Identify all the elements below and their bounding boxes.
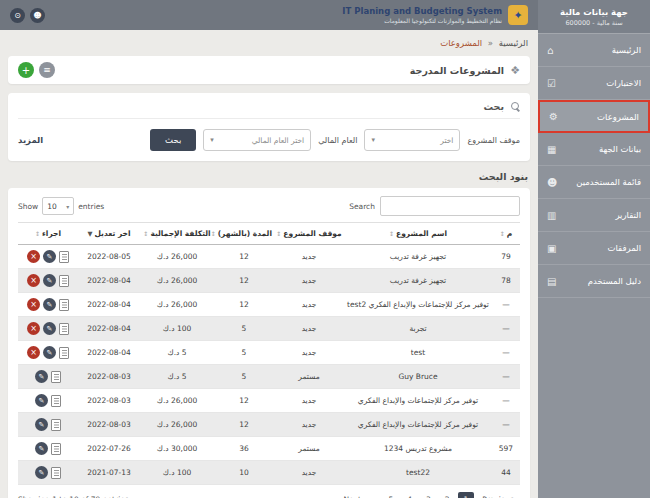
project-actions: ✎× — [18, 245, 78, 269]
projects-table-body: 79تجهيز غرفة تدريبجديد1226,000 د.ك2022-0… — [18, 245, 520, 485]
edit-icon[interactable]: ✎ — [43, 274, 56, 287]
page-size-select[interactable]: 10 — [42, 197, 74, 215]
edit-icon[interactable]: ✎ — [43, 298, 56, 311]
table-search-input[interactable] — [380, 196, 520, 216]
column-header-label: اخر تعديل — [94, 229, 130, 238]
status-filter-select[interactable]: اختر — [364, 129, 460, 151]
sidebar-item-home[interactable]: الرئيسية⌂ — [538, 34, 650, 67]
filters-row: موقف المشروع اختر العام المالي اختر العا… — [18, 129, 520, 151]
table-row: —توفير مركز للإجتماعات والإبداع الفكريجد… — [18, 413, 520, 437]
more-link[interactable]: المزيد — [18, 135, 43, 145]
table-search-label: Search — [349, 202, 375, 211]
add-project-button[interactable]: + — [18, 62, 34, 78]
breadcrumb: الرئيسية « المشروعات — [10, 38, 528, 48]
sidebar-item-users-list[interactable]: قائمة المستخدمين☻ — [538, 166, 650, 199]
section-bar: ❖ المشروعات المدرجة ≡ + — [8, 56, 530, 84]
results-title: بنود البحث — [10, 171, 528, 182]
edit-icon[interactable]: ✎ — [43, 250, 56, 263]
page-button-next[interactable]: Next — [337, 492, 366, 498]
show-label: Show — [18, 202, 38, 211]
page-button-4[interactable]: 4 — [401, 492, 418, 498]
page-button-2[interactable]: 2 — [439, 492, 456, 498]
delete-icon[interactable]: × — [27, 298, 40, 311]
edit-icon[interactable]: ✎ — [35, 418, 48, 431]
file-icon[interactable] — [51, 419, 61, 431]
column-header-0[interactable]: م↕ — [492, 223, 520, 245]
file-icon[interactable] — [51, 395, 61, 407]
section-actions: ≡ + — [18, 62, 55, 78]
file-icon[interactable] — [59, 275, 69, 287]
year-filter-select[interactable]: اختر العام المالي — [203, 129, 311, 151]
delete-icon[interactable]: × — [27, 346, 40, 359]
page-button-3[interactable]: 3 — [420, 492, 437, 498]
sidebar-item-user-guide[interactable]: دليل المستخدم▤ — [538, 265, 650, 298]
projects-table: م↕اسم المشروع↕موقف المشروع↕المدة (بالشهر… — [18, 222, 520, 485]
page-button-previous[interactable]: Previous — [476, 492, 520, 498]
file-icon[interactable] — [51, 443, 61, 455]
project-id: — — [492, 341, 520, 365]
project-status: مستمر — [274, 437, 344, 461]
menu-icon: ≡ — [43, 65, 51, 75]
org-subtitle: سنة مالية - 600000 — [542, 19, 646, 27]
column-header-5[interactable]: اخر تعديل▼ — [78, 223, 140, 245]
column-header-3[interactable]: المدة (بالشهر)↕ — [214, 223, 274, 245]
edit-icon[interactable]: ✎ — [35, 394, 48, 407]
sidebar-item-label: دليل المستخدم — [588, 276, 641, 286]
page-button-5[interactable]: 5 — [382, 492, 399, 498]
edit-icon[interactable]: ✎ — [43, 346, 56, 359]
project-cost: 26,000 د.ك — [140, 293, 214, 317]
column-header-4[interactable]: التكلفة الإجمالية↕ — [140, 223, 214, 245]
column-header-6[interactable]: اجراء↕ — [18, 223, 78, 245]
table-row: —تجربةجديد5100 د.ك2022-08-04✎× — [18, 317, 520, 341]
app-title-block: IT Planing and Budgeting System نظام الت… — [342, 6, 502, 23]
options-button[interactable]: ≡ — [39, 62, 55, 78]
sidebar-header: جهة بيانات مالية سنة مالية - 600000 — [538, 0, 650, 34]
edit-icon[interactable]: ✎ — [35, 442, 48, 455]
project-name: تجربة — [344, 317, 492, 341]
edit-icon[interactable]: ✎ — [35, 466, 48, 479]
breadcrumb-current: المشروعات — [440, 38, 482, 48]
project-duration: 5 — [214, 317, 274, 341]
user-button[interactable]: ☻ — [30, 8, 45, 23]
file-icon[interactable] — [51, 371, 61, 383]
search-button[interactable]: بحث — [150, 129, 196, 151]
file-icon[interactable] — [51, 467, 61, 479]
sidebar-item-tests[interactable]: الاختبارات☑ — [538, 67, 650, 100]
app-logo-icon: ✦ — [508, 5, 528, 25]
table-header-row: م↕اسم المشروع↕موقف المشروع↕المدة (بالشهر… — [18, 223, 520, 245]
delete-icon[interactable]: × — [27, 322, 40, 335]
file-icon[interactable] — [59, 347, 69, 359]
project-modified: 2022-07-26 — [78, 437, 140, 461]
delete-icon[interactable]: × — [27, 274, 40, 287]
sidebar-item-reports[interactable]: التقارير▥ — [538, 199, 650, 232]
main-column: ✦ IT Planing and Budgeting System نظام ا… — [0, 0, 538, 498]
sidebar-item-entity-data[interactable]: بيانات الجهة▦ — [538, 133, 650, 166]
column-header-1[interactable]: اسم المشروع↕ — [344, 223, 492, 245]
table-row: 79تجهيز غرفة تدريبجديد1226,000 د.ك2022-0… — [18, 245, 520, 269]
breadcrumb-separator: « — [488, 38, 493, 48]
sidebar-item-projects[interactable]: المشروعات⚙ — [538, 100, 650, 133]
sidebar-item-attachments[interactable]: المرفقات▣ — [538, 232, 650, 265]
project-duration: 5 — [214, 365, 274, 389]
projects-badge-icon: ❖ — [510, 64, 520, 77]
breadcrumb-home[interactable]: الرئيسية — [499, 38, 528, 48]
edit-icon[interactable]: ✎ — [43, 322, 56, 335]
power-button[interactable]: ⊙ — [10, 8, 25, 23]
column-header-2[interactable]: موقف المشروع↕ — [274, 223, 344, 245]
project-name: توفير مركز للإجتماعات والإبداع الفكري — [344, 413, 492, 437]
year-filter-label: العام المالي — [318, 136, 357, 145]
file-icon[interactable] — [59, 323, 69, 335]
sidebar-item-label: التقارير — [615, 210, 641, 220]
delete-icon[interactable]: × — [27, 250, 40, 263]
file-icon[interactable] — [59, 299, 69, 311]
edit-icon[interactable]: ✎ — [35, 370, 48, 383]
sidebar-item-label: الرئيسية — [612, 45, 641, 55]
sidebar-item-label: المشروعات — [597, 112, 639, 122]
project-status: مستمر — [274, 365, 344, 389]
page-button-1[interactable]: 1 — [458, 492, 475, 498]
project-id: — — [492, 389, 520, 413]
file-icon[interactable] — [59, 251, 69, 263]
attachments-icon: ▣ — [547, 243, 556, 254]
table-row: —Guy Bruceمستمر55 د.ك2022-08-03✎ — [18, 365, 520, 389]
app-root: جهة بيانات مالية سنة مالية - 600000 الرئ… — [0, 0, 650, 498]
